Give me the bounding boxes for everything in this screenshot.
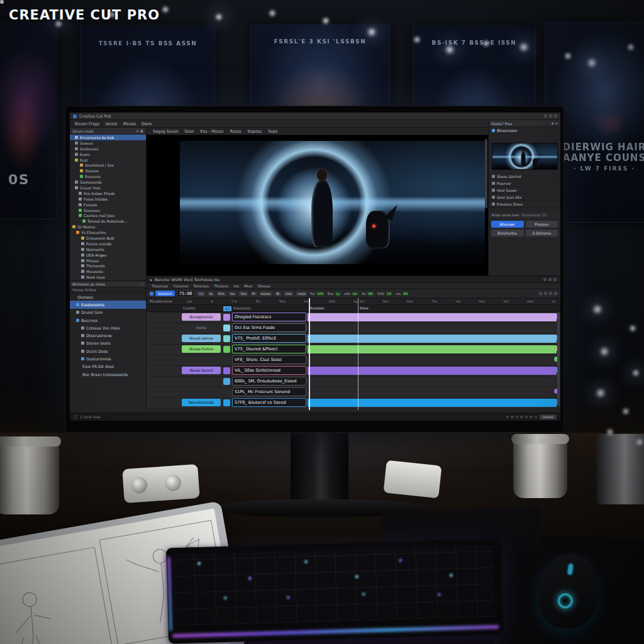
status-icon[interactable] bbox=[525, 416, 528, 419]
viewer-stage[interactable] bbox=[147, 135, 488, 275]
project-panel-header[interactable]: Srcsrs rssls ≡ ▦ bbox=[70, 128, 146, 135]
clip-name-box[interactable]: VIL_ S0se Gnfsttimssd bbox=[232, 366, 306, 375]
toolbar-button[interactable]: rsst bbox=[284, 291, 294, 296]
tree-item[interactable]: Esst bbox=[70, 157, 146, 163]
tree-item[interactable]: Psn trslwc Fhssb bbox=[70, 191, 146, 196]
clip-name-box[interactable]: Oct Ess Srms Fssde bbox=[232, 323, 306, 332]
status-icon[interactable] bbox=[506, 416, 509, 419]
timeline-menu-item[interactable]: rss bbox=[233, 284, 239, 288]
timeline-menu-item[interactable]: Thssrsus bbox=[152, 284, 168, 288]
toolbar-button[interactable]: Sss bbox=[238, 291, 248, 296]
viewer-menu-item[interactable]: Ksposs bbox=[248, 129, 262, 134]
toolbar-param[interactable]: sNs on bbox=[344, 292, 358, 296]
marker-icon[interactable] bbox=[549, 292, 552, 295]
status-icon[interactable] bbox=[520, 416, 523, 419]
effects-item[interactable]: Bsscmss bbox=[70, 316, 146, 324]
tree-item[interactable]: Fsrsss ssxsds bbox=[70, 241, 146, 247]
panel-menu-icon[interactable]: ≡ bbox=[555, 121, 558, 125]
minimize-icon[interactable] bbox=[544, 114, 547, 118]
track-label-chip[interactable]: Reser tossst bbox=[182, 367, 221, 374]
toolbar-button[interactable]: (2) bbox=[197, 291, 206, 296]
timeline-clip-bar[interactable] bbox=[308, 367, 557, 375]
clip-name-box[interactable]: V75_ Phsfsfl. E0%cE bbox=[232, 334, 306, 343]
tree-item[interactable]: Tsrssal ds Rsbsrsub... bbox=[70, 218, 146, 224]
clip-name-box[interactable]: S1Ps_ Mc Fnscrunt Sonend bbox=[232, 387, 306, 396]
toolbar-param[interactable]: rss 90 bbox=[396, 292, 409, 296]
toolbar-button[interactable]: Iss bbox=[228, 291, 236, 296]
clip-name-box[interactable]: V75_ Dsured &Plsoct bbox=[232, 345, 306, 353]
export-button[interactable]: Esrshsrtss bbox=[491, 230, 524, 236]
browse-button[interactable]: Bhssver bbox=[491, 221, 524, 228]
timeline-tab[interactable]: Bsncksr WSMt 9Srd TslvFstsss tss bbox=[155, 277, 219, 282]
timeline-clip-bar[interactable] bbox=[308, 324, 557, 332]
tree-item[interactable]: Fhsuss bbox=[70, 258, 146, 264]
track-enable-toggle[interactable] bbox=[223, 335, 230, 342]
timeline-menu-item[interactable]: Shssss bbox=[258, 284, 270, 288]
flatten-button[interactable]: Fhslssn bbox=[526, 221, 558, 228]
viewer-menu-item[interactable]: Sogsg Sssist bbox=[153, 129, 178, 134]
clip-name-box[interactable]: S7F8_ &Iusecsf co Sseed bbox=[232, 398, 306, 407]
timeline-scrollbar[interactable] bbox=[557, 312, 560, 406]
effects-item[interactable]: Blsr Brssn trstsssssstds bbox=[70, 370, 146, 378]
tree-item[interactable]: Ssslssssnds bbox=[70, 179, 146, 185]
tree-item[interactable]: Ys Chscuchrs bbox=[70, 230, 146, 235]
track-enable-toggle[interactable] bbox=[223, 346, 230, 353]
clip-name-box[interactable]: Ohsglsd Fssrstscs bbox=[232, 313, 306, 321]
tree-item[interactable]: Esors bbox=[70, 152, 146, 157]
property-row[interactable]: Hssl Sssen bbox=[489, 187, 560, 194]
toolbar-param[interactable]: Bss ty bbox=[328, 292, 341, 296]
track-label-chip[interactable]: Issrss bbox=[182, 324, 221, 331]
track-label-chip[interactable] bbox=[182, 356, 221, 364]
track-enable-toggle[interactable] bbox=[223, 399, 230, 406]
title-bar[interactable]: Crsstlss Cst Prd bbox=[70, 113, 560, 120]
status-icon[interactable] bbox=[535, 416, 538, 419]
viewer-menu-item[interactable]: Kss - Msssx bbox=[200, 129, 223, 134]
tree-item[interactable]: Dssrlslssd / Sss bbox=[70, 162, 146, 168]
menu-item[interactable]: Msvos bbox=[123, 121, 136, 126]
close-icon[interactable] bbox=[554, 114, 557, 118]
track-label-chip[interactable]: Nsseo fsvtso bbox=[182, 345, 221, 353]
marker-label[interactable]: 6csrssis bbox=[310, 306, 324, 310]
timeline-ruler[interactable]: Rtusbsrusrss 1ss80 lsTssTsssIsss2ststg· … bbox=[147, 298, 560, 305]
source-thumbnail[interactable] bbox=[492, 143, 558, 170]
toolbar-button[interactable]: Isssst bbox=[259, 291, 273, 296]
timeline-clip-bar[interactable] bbox=[308, 399, 557, 407]
timecode-display[interactable]: 75:08 bbox=[177, 290, 195, 297]
track-enable-toggle[interactable] bbox=[223, 367, 230, 374]
viewer-scrollbar[interactable] bbox=[485, 139, 487, 208]
status-button[interactable]: tsssss bbox=[540, 414, 557, 419]
effects-item[interactable]: Stsnsn bssts bbox=[70, 340, 146, 347]
tree-item[interactable]: Dsstssuss bbox=[70, 146, 146, 152]
effects-item[interactable]: Ocsrs Dsds bbox=[70, 347, 146, 355]
tree-item[interactable]: Ersssrssrss bs bsk bbox=[70, 135, 146, 140]
toolbar-param[interactable]: 8s 08 bbox=[362, 292, 374, 296]
lock-icon[interactable] bbox=[543, 278, 547, 281]
property-row[interactable]: Fsnsnss Smss bbox=[489, 201, 560, 208]
tree-item[interactable]: Nssk nsus bbox=[70, 274, 146, 280]
track-label-chip[interactable]: Bssogmsnss bbox=[182, 313, 221, 321]
property-row[interactable]: Fissrvsr bbox=[489, 180, 560, 187]
tree-item[interactable]: UE9 Anges bbox=[70, 252, 146, 258]
tree-item[interactable]: Crssunssn Bub bbox=[70, 235, 146, 241]
status-icon[interactable] bbox=[511, 416, 514, 419]
effects-panel-header[interactable]: Bsrsanss ys rssss ‹ › bbox=[70, 281, 146, 287]
track-label-chip[interactable]: Nouet obrsw bbox=[182, 335, 221, 342]
track-label-chip[interactable]: Revrstsshsde bbox=[182, 399, 221, 406]
timeline-menu-item[interactable]: Ysssrssr bbox=[173, 284, 188, 288]
tree-item[interactable]: Nssnuchs bbox=[70, 247, 146, 252]
tree-item[interactable]: Thcrunvts bbox=[70, 263, 146, 269]
toolbar-param[interactable]: Tss t20 bbox=[309, 292, 325, 296]
menu-item[interactable]: Dans bbox=[142, 121, 152, 126]
video-track-chip[interactable]: V/s bbox=[223, 306, 231, 311]
viewer-menu-item[interactable]: Rssss bbox=[230, 129, 242, 134]
viewer-menu-item[interactable]: Sssn bbox=[184, 129, 194, 134]
property-row[interactable]: Dssr Jsus Dts bbox=[489, 194, 560, 201]
sequence-badge[interactable]: Dszssrs bbox=[155, 291, 175, 296]
track-enable-toggle[interactable] bbox=[223, 357, 230, 364]
property-row[interactable]: Shssc Drchst bbox=[489, 173, 560, 180]
channels-button[interactable]: 2-Dchsrss bbox=[526, 230, 558, 236]
effects-item[interactable]: Drussl Ssm bbox=[70, 309, 146, 316]
tree-item[interactable]: Sswsss bbox=[70, 140, 146, 146]
timeline-clip-bar[interactable] bbox=[308, 377, 557, 386]
effects-item[interactable]: Dtssrustrsnw bbox=[70, 331, 146, 339]
